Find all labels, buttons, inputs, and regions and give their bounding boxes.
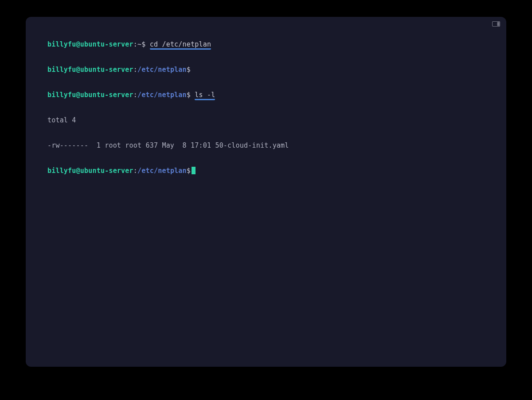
prompt-symbol: $ bbox=[141, 40, 145, 48]
prompt-user-host: billyfu@ubuntu-server bbox=[47, 66, 133, 74]
prompt-path: /etc/netplan bbox=[137, 66, 187, 74]
panel-split-icon[interactable] bbox=[492, 21, 500, 27]
command-text: ls -l bbox=[195, 91, 215, 100]
svg-rect-1 bbox=[497, 22, 500, 26]
prompt-colon: : bbox=[133, 167, 137, 175]
prompt-symbol: $ bbox=[187, 167, 191, 175]
terminal-window[interactable]: billyfu@ubuntu-server:~$ cd /etc/netplan… bbox=[26, 17, 506, 367]
prompt-path: /etc/netplan bbox=[137, 91, 187, 99]
terminal-output-line: -rw------- 1 root root 637 May 8 17:01 5… bbox=[31, 133, 501, 158]
cursor-block bbox=[192, 167, 196, 174]
prompt-symbol: $ bbox=[187, 66, 191, 74]
terminal-line: billyfu@ubuntu-server:~$ cd /etc/netplan bbox=[31, 32, 501, 57]
prompt-symbol: $ bbox=[187, 91, 191, 99]
terminal-output-line: total 4 bbox=[31, 108, 501, 133]
terminal-line: billyfu@ubuntu-server:/etc/netplan$ bbox=[31, 158, 501, 184]
prompt-colon: : bbox=[133, 40, 137, 48]
prompt-colon: : bbox=[133, 91, 137, 99]
output-text: -rw------- 1 root root 637 May 8 17:01 5… bbox=[47, 141, 289, 149]
output-text: total 4 bbox=[47, 116, 76, 124]
command-text: cd /etc/netplan bbox=[150, 40, 211, 50]
terminal-line: billyfu@ubuntu-server:/etc/netplan$ ls -… bbox=[31, 82, 501, 108]
terminal-line: billyfu@ubuntu-server:/etc/netplan$ bbox=[31, 57, 501, 82]
prompt-user-host: billyfu@ubuntu-server bbox=[47, 40, 133, 48]
prompt-path: /etc/netplan bbox=[137, 167, 187, 175]
prompt-user-host: billyfu@ubuntu-server bbox=[47, 167, 133, 175]
prompt-path: ~ bbox=[137, 40, 141, 48]
prompt-colon: : bbox=[133, 66, 137, 74]
prompt-user-host: billyfu@ubuntu-server bbox=[47, 91, 133, 99]
